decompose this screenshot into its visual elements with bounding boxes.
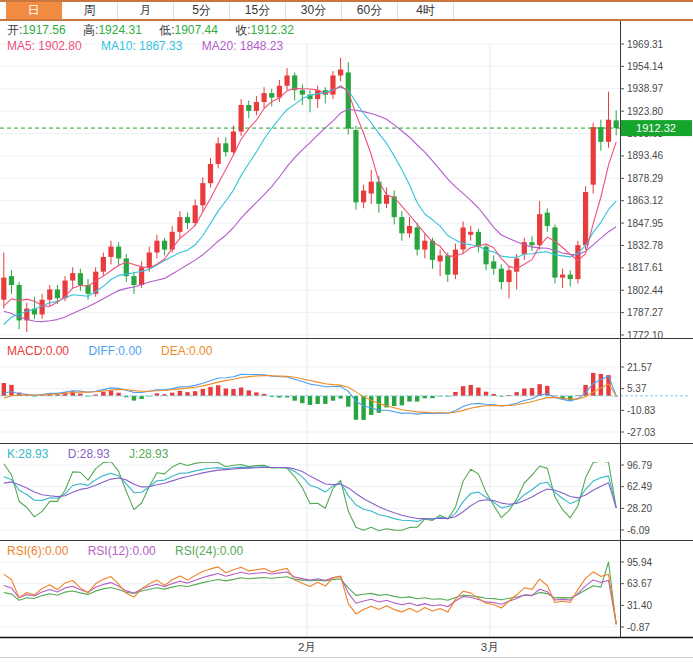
svg-text:2月: 2月 <box>298 641 316 653</box>
svg-text:62.49: 62.49 <box>627 481 652 492</box>
svg-text:1772.10: 1772.10 <box>627 330 664 341</box>
svg-text:1878.29: 1878.29 <box>627 173 664 184</box>
j-value: J:28.93 <box>129 447 168 461</box>
macd-value: MACD:0.00 <box>7 344 69 358</box>
svg-text:95.94: 95.94 <box>627 557 652 568</box>
svg-text:31.40: 31.40 <box>627 600 652 611</box>
macd-readout: MACD:0.00 DIFF:0.00 DEA:0.00 <box>7 344 228 358</box>
svg-text:1954.14: 1954.14 <box>627 61 664 72</box>
svg-text:1969.31: 1969.31 <box>627 39 664 50</box>
svg-text:1817.61: 1817.61 <box>627 262 664 273</box>
ohlc-readout: 开:1917.56 高:1924.31 低:1907.44 收:1912.32 <box>7 23 308 37</box>
svg-text:1923.80: 1923.80 <box>627 106 664 117</box>
high-label: 高: <box>83 23 98 37</box>
rsi-readout: RSI(6):0.00 RSI(12):0.00 RSI(24):0.00 <box>7 544 259 558</box>
svg-text:-0.87: -0.87 <box>627 622 650 633</box>
high-value: 1924.31 <box>98 23 141 37</box>
low-label: 低: <box>159 23 174 37</box>
chart-canvas[interactable]: 1969.311954.141938.971923.801908.631893.… <box>0 0 693 662</box>
trading-chart-app: 1969.311954.141938.971923.801908.631893.… <box>0 0 693 662</box>
k-value: K:28.93 <box>7 447 48 461</box>
close-label: 收: <box>235 23 250 37</box>
svg-text:5.37: 5.37 <box>627 383 647 394</box>
open-value: 1917.56 <box>22 23 65 37</box>
ma10-readout: MA10: 1867.33 <box>101 39 182 53</box>
svg-text:63.67: 63.67 <box>627 578 652 589</box>
kdj-lines <box>4 461 616 531</box>
ma-readout: MA5: 1902.80 MA10: 1867.33 MA20: 1848.23 <box>7 39 299 53</box>
svg-text:1863.12: 1863.12 <box>627 195 664 206</box>
low-value: 1907.44 <box>175 23 218 37</box>
svg-text:1847.95: 1847.95 <box>627 218 664 229</box>
ma5-readout: MA5: 1902.80 <box>7 39 82 53</box>
svg-text:3月: 3月 <box>481 641 499 653</box>
diff-value: DIFF:0.00 <box>88 344 141 358</box>
svg-text:1832.78: 1832.78 <box>627 240 664 251</box>
current-price-badge: 1912.32 <box>621 120 692 136</box>
svg-text:96.79: 96.79 <box>627 460 652 471</box>
svg-text:1938.97: 1938.97 <box>627 83 664 94</box>
close-value: 1912.32 <box>251 23 294 37</box>
svg-text:1912.32: 1912.32 <box>636 122 676 134</box>
rsi12-value: RSI(12):0.00 <box>88 544 156 558</box>
d-value: D:28.93 <box>68 447 110 461</box>
svg-text:-27.03: -27.03 <box>627 427 656 438</box>
svg-text:28.20: 28.20 <box>627 503 652 514</box>
svg-text:21.57: 21.57 <box>627 362 652 373</box>
rsi6-value: RSI(6):0.00 <box>7 544 68 558</box>
svg-text:1802.44: 1802.44 <box>627 285 664 296</box>
svg-text:-10.83: -10.83 <box>627 405 656 416</box>
rsi-lines <box>4 562 616 625</box>
svg-text:1787.27: 1787.27 <box>627 307 664 318</box>
rsi24-value: RSI(24):0.00 <box>175 544 243 558</box>
x-axis-labels: 2月3月 <box>298 641 499 653</box>
svg-text:-6.09: -6.09 <box>627 525 650 536</box>
ma20-readout: MA20: 1848.23 <box>202 39 283 53</box>
svg-text:1893.46: 1893.46 <box>627 150 664 161</box>
dea-value: DEA:0.00 <box>161 344 212 358</box>
open-label: 开: <box>7 23 22 37</box>
kdj-readout: K:28.93 D:28.93 J:28.93 <box>7 447 184 461</box>
candles-layer <box>1 58 619 332</box>
